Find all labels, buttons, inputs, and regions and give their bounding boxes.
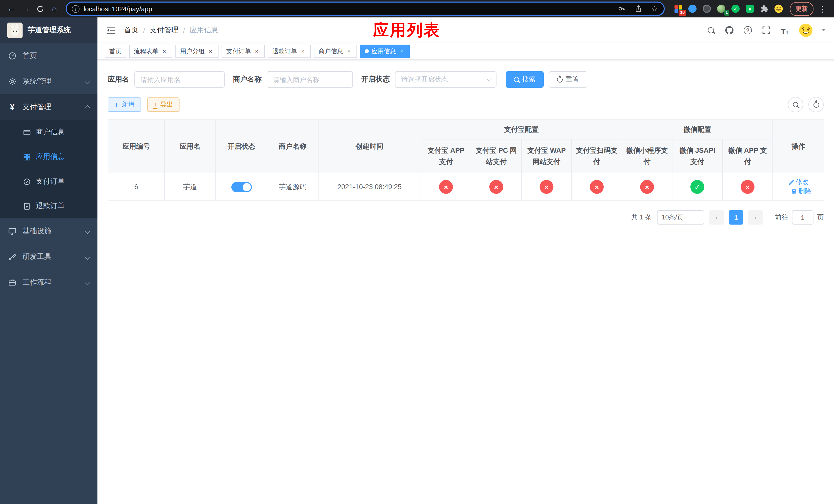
font-size-icon[interactable]: TT (780, 25, 790, 35)
dark-circle-icon (703, 5, 711, 13)
tab-pay-order[interactable]: 支付订单× (222, 45, 265, 58)
col-actions: 操作 (773, 120, 824, 173)
prev-page-button[interactable]: ‹ (709, 210, 724, 225)
search-button[interactable]: 搜索 (506, 71, 544, 88)
sidebar-item-label: 应用信息 (36, 152, 65, 161)
app-frame: 芋道管理系统 首页 系统管理 ¥ 支付管理 (0, 18, 834, 504)
sidebar-item-label: 商户信息 (36, 128, 65, 137)
sidebar-item-merchant-info[interactable]: 商户信息 (0, 120, 97, 144)
chevron-down-icon (85, 229, 90, 234)
refresh-table-button[interactable] (808, 97, 824, 112)
browser-update-button[interactable]: 更新 (790, 2, 813, 16)
enabled-toggle[interactable] (231, 182, 251, 192)
close-icon[interactable]: × (346, 48, 352, 54)
close-icon[interactable]: × (161, 48, 168, 54)
sidebar-item-workflow[interactable]: 工作流程 (0, 270, 97, 295)
sidebar-item-home[interactable]: 首页 (0, 43, 97, 69)
payment-submenu: 商户信息 应用信息 支付订单 退款订单 (0, 120, 97, 219)
extension-chat-icon[interactable]: ● (745, 4, 755, 14)
back-button[interactable]: ← (4, 2, 19, 16)
extension-grid-icon[interactable]: 10 (673, 4, 683, 14)
share-icon[interactable] (632, 3, 644, 15)
tab-home[interactable]: 首页 (105, 45, 126, 58)
goto-page: 前往 页 (775, 210, 824, 225)
tab-process-form[interactable]: 流程表单× (129, 45, 172, 58)
tab-user-group[interactable]: 用户分组× (175, 45, 219, 58)
sidebar-item-pay-order[interactable]: 支付订单 (0, 169, 97, 194)
user-avatar[interactable] (798, 22, 813, 38)
export-button[interactable]: ↓ 导出 (147, 97, 179, 112)
breadcrumb-payment[interactable]: 支付管理 (150, 25, 178, 35)
tab-app-info[interactable]: 应用信息× (360, 45, 410, 58)
merchant-name-input[interactable] (267, 71, 353, 88)
close-icon[interactable]: × (254, 48, 260, 54)
extension-badge: 1 (724, 10, 729, 16)
group-wechat-config: 微信配置 (622, 120, 773, 139)
home-button[interactable]: ⌂ (47, 2, 62, 16)
credit-card-icon (23, 129, 31, 136)
toggle-search-button[interactable] (788, 97, 803, 112)
sidebar-item-infra[interactable]: 基础设施 (0, 219, 97, 244)
screen: ← → ⌂ i localhost:1024/pay/app ☆ 10 (0, 0, 834, 504)
bookmark-star-icon[interactable]: ☆ (648, 3, 661, 15)
breadcrumb: 首页 / 支付管理 / 应用信息 (124, 25, 219, 35)
next-page-button[interactable]: › (748, 210, 763, 225)
add-button[interactable]: + 新增 (108, 97, 141, 112)
extension-avatar-icon[interactable]: 1 (716, 4, 726, 14)
col-app-id: 应用编号 (108, 120, 164, 173)
edit-link[interactable]: 修改 (788, 178, 809, 187)
extension-check-icon[interactable]: ✓ (730, 4, 741, 14)
breadcrumb-home[interactable]: 首页 (124, 25, 138, 35)
extension-emoji-icon[interactable] (773, 4, 784, 14)
sidebar: 芋道管理系统 首页 系统管理 ¥ 支付管理 (0, 18, 97, 504)
search-icon[interactable] (706, 25, 716, 35)
col-created: 创建时间 (318, 120, 421, 173)
top-navbar: 首页 / 支付管理 / 应用信息 应用列表 ? TT (97, 18, 834, 43)
extension-drop-icon[interactable] (687, 4, 698, 14)
sidebar-item-refund-order[interactable]: 退款订单 (0, 194, 97, 219)
sidebar-collapse-icon[interactable] (106, 24, 117, 36)
sidebar-item-devtools[interactable]: 研发工具 (0, 244, 97, 270)
extensions-puzzle-icon[interactable] (759, 4, 769, 14)
page-size-select[interactable]: 10条/页 (657, 210, 704, 225)
close-icon[interactable]: × (300, 48, 306, 54)
address-bar[interactable]: i localhost:1024/pay/app ☆ (66, 2, 665, 16)
close-icon[interactable]: × (207, 48, 214, 54)
forward-button[interactable]: → (19, 2, 33, 16)
sidebar-item-system[interactable]: 系统管理 (0, 69, 97, 94)
app-name-input[interactable] (134, 71, 225, 88)
browser-menu-icon[interactable]: ⋮ (815, 2, 830, 16)
edit-label: 修改 (796, 178, 809, 187)
cell-created: 2021-10-23 08:49:25 (318, 173, 421, 201)
avatar-caret-icon[interactable] (822, 29, 826, 31)
status-ok-icon: ✓ (690, 180, 704, 194)
cell-app-id: 6 (108, 173, 164, 201)
sidebar-item-app-info[interactable]: 应用信息 (0, 144, 97, 169)
chat-icon: ● (746, 5, 754, 13)
reload-button[interactable] (33, 2, 47, 16)
tab-merchant-info[interactable]: 商户信息× (314, 45, 357, 58)
breadcrumb-separator: / (183, 26, 185, 34)
delete-link[interactable]: 删除 (791, 187, 811, 196)
help-icon[interactable]: ? (743, 25, 753, 35)
tab-label: 用户分组 (180, 47, 205, 55)
monitor-icon (8, 227, 16, 235)
col-wechat-jsapi: 微信 JSAPI 支付 (672, 139, 722, 173)
logo-avatar (7, 23, 23, 38)
extension-dark-icon[interactable] (702, 4, 712, 14)
close-icon[interactable]: × (398, 48, 405, 54)
status-select[interactable]: 请选择开启状态 (395, 71, 497, 88)
goto-page-input[interactable] (792, 210, 813, 225)
password-key-icon[interactable] (615, 3, 628, 15)
plus-icon: + (114, 101, 118, 108)
sidebar-item-label: 基础设施 (23, 227, 51, 236)
sidebar-item-payment[interactable]: ¥ 支付管理 (0, 94, 97, 120)
delete-label: 删除 (798, 187, 811, 196)
tab-refund-order[interactable]: 退款订单× (268, 45, 311, 58)
table-toolbar: + 新增 ↓ 导出 (108, 97, 824, 112)
github-icon[interactable] (724, 25, 734, 35)
page-number-button[interactable]: 1 (729, 210, 743, 225)
reset-button[interactable]: 重置 (549, 71, 587, 88)
fullscreen-icon[interactable] (761, 25, 771, 35)
site-info-icon[interactable]: i (72, 5, 80, 13)
